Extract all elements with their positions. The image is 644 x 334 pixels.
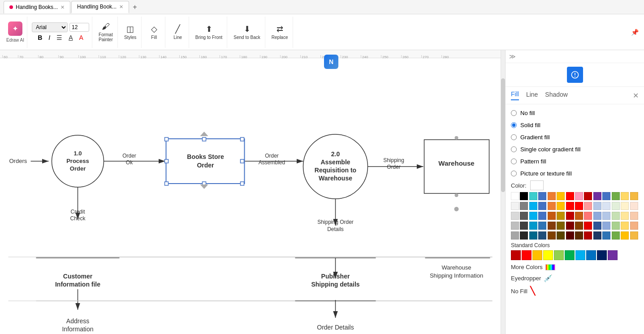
- color-swatch[interactable]: [584, 222, 592, 230]
- color-swatch[interactable]: [566, 231, 574, 240]
- std-color-swatch[interactable]: [532, 250, 542, 260]
- color-swatch[interactable]: [520, 222, 528, 230]
- color-swatch[interactable]: [520, 192, 528, 200]
- color-swatch[interactable]: [612, 231, 620, 240]
- color-swatch[interactable]: [548, 202, 556, 210]
- color-swatch[interactable]: [575, 231, 583, 240]
- no-fill-bottom-option[interactable]: No Fill ╲: [511, 286, 639, 296]
- color-swatch[interactable]: [630, 202, 638, 210]
- color-swatch[interactable]: [529, 202, 537, 210]
- color-swatch[interactable]: [538, 222, 546, 230]
- pattern-fill-option[interactable]: Pattern fill: [511, 158, 639, 165]
- color-swatch[interactable]: [593, 212, 601, 220]
- color-swatch[interactable]: [602, 212, 610, 220]
- tab-close-2[interactable]: ✕: [119, 4, 123, 10]
- color-swatch[interactable]: [557, 202, 565, 210]
- line-button[interactable]: ╱ Line: [170, 23, 186, 41]
- scrollbar-thumb[interactable]: [501, 78, 505, 192]
- color-swatch[interactable]: [557, 222, 565, 230]
- styles-button[interactable]: ◫ Styles: [122, 23, 138, 41]
- eyedropper-option[interactable]: Eyedropper 💉: [511, 274, 639, 283]
- std-color-swatch[interactable]: [522, 250, 532, 260]
- underline-button[interactable]: A: [66, 33, 75, 42]
- color-swatch[interactable]: [584, 212, 592, 220]
- std-color-swatch[interactable]: [575, 250, 585, 260]
- fill-button[interactable]: ◇ Fill: [146, 23, 162, 41]
- color-swatch[interactable]: [511, 222, 519, 230]
- no-fill-radio[interactable]: [511, 110, 517, 116]
- more-colors-option[interactable]: More Colors: [511, 264, 639, 270]
- single-color-gradient-option[interactable]: Single color gradient fill: [511, 146, 639, 153]
- color-swatch[interactable]: [593, 192, 601, 200]
- no-fill-option[interactable]: No fill: [511, 110, 639, 116]
- color-swatch[interactable]: [575, 212, 583, 220]
- color-swatch[interactable]: [566, 192, 574, 200]
- color-swatch[interactable]: [584, 231, 592, 240]
- solid-fill-radio[interactable]: [511, 122, 517, 128]
- gradient-fill-radio[interactable]: [511, 134, 517, 140]
- italic-button[interactable]: I: [46, 33, 52, 42]
- send-to-back-button[interactable]: ⬇ Send to Back: [232, 23, 262, 41]
- tab-handling-books-1[interactable]: Handling Books... ✕: [4, 1, 70, 13]
- color-swatch[interactable]: [548, 222, 556, 230]
- canvas-area[interactable]: 60 70 80 90 100 110 120 130 140 150 160 …: [0, 50, 505, 334]
- std-color-swatch[interactable]: [608, 250, 618, 260]
- bring-to-front-button[interactable]: ⬆ Bring to Front: [194, 23, 225, 41]
- eyedropper-icon[interactable]: 💉: [544, 274, 553, 283]
- tab-close-1[interactable]: ✕: [61, 4, 65, 10]
- color-swatch[interactable]: [511, 212, 519, 220]
- color-swatch[interactable]: [566, 202, 574, 210]
- tab-handling-books-2[interactable]: Handling Book... ✕: [71, 1, 129, 13]
- picture-texture-option[interactable]: Picture or texture fill: [511, 170, 639, 177]
- gradient-fill-option[interactable]: Gradient fill: [511, 134, 639, 141]
- tab-fill[interactable]: Fill: [511, 90, 519, 100]
- std-color-swatch[interactable]: [511, 250, 521, 260]
- color-swatch[interactable]: [593, 222, 601, 230]
- color-swatch[interactable]: [621, 212, 629, 220]
- color-swatch[interactable]: [584, 192, 592, 200]
- color-swatch[interactable]: [593, 202, 601, 210]
- std-color-swatch[interactable]: [543, 250, 553, 260]
- panel-close-button[interactable]: ✕: [633, 91, 639, 100]
- color-swatch[interactable]: [584, 202, 592, 210]
- color-swatch[interactable]: [575, 222, 583, 230]
- color-swatch[interactable]: [538, 231, 546, 240]
- tab-line[interactable]: Line: [526, 91, 538, 100]
- diagram-svg[interactable]: Orders 1.0 Process Order Order Ok: [0, 50, 505, 334]
- color-swatch[interactable]: [529, 212, 537, 220]
- solid-fill-option[interactable]: Solid fill: [511, 122, 639, 128]
- new-tab-button[interactable]: +: [130, 3, 139, 11]
- color-swatch[interactable]: [511, 192, 519, 200]
- color-swatch[interactable]: [602, 231, 610, 240]
- more-colors-gradient[interactable]: [545, 264, 555, 270]
- bold-button[interactable]: B: [35, 33, 44, 42]
- format-painter-button[interactable]: 🖌 FormatPainter: [97, 21, 115, 43]
- color-swatch[interactable]: [575, 202, 583, 210]
- std-color-swatch[interactable]: [597, 250, 607, 260]
- panel-action-button[interactable]: [567, 67, 583, 83]
- color-picker-box[interactable]: [530, 180, 544, 190]
- color-swatch[interactable]: [621, 202, 629, 210]
- picture-texture-radio[interactable]: [511, 171, 517, 176]
- color-swatch[interactable]: [548, 192, 556, 200]
- color-swatch[interactable]: [621, 222, 629, 230]
- color-swatch[interactable]: [548, 231, 556, 240]
- color-swatch[interactable]: [529, 192, 537, 200]
- color-swatch[interactable]: [520, 212, 528, 220]
- color-swatch[interactable]: [630, 231, 638, 240]
- tab-shadow[interactable]: Shadow: [545, 91, 568, 100]
- color-swatch[interactable]: [529, 231, 537, 240]
- color-swatch[interactable]: [511, 231, 519, 240]
- color-swatch[interactable]: [612, 202, 620, 210]
- color-swatch[interactable]: [621, 192, 629, 200]
- color-swatch[interactable]: [548, 212, 556, 220]
- color-swatch[interactable]: [602, 192, 610, 200]
- color-swatch[interactable]: [566, 222, 574, 230]
- panel-expand-icon[interactable]: ≫: [509, 53, 516, 60]
- color-swatch[interactable]: [538, 202, 546, 210]
- color-swatch[interactable]: [612, 212, 620, 220]
- replace-button[interactable]: ⇄ Replace: [270, 23, 290, 41]
- color-swatch[interactable]: [557, 212, 565, 220]
- color-swatch[interactable]: [538, 192, 546, 200]
- font-size-input[interactable]: [69, 23, 89, 32]
